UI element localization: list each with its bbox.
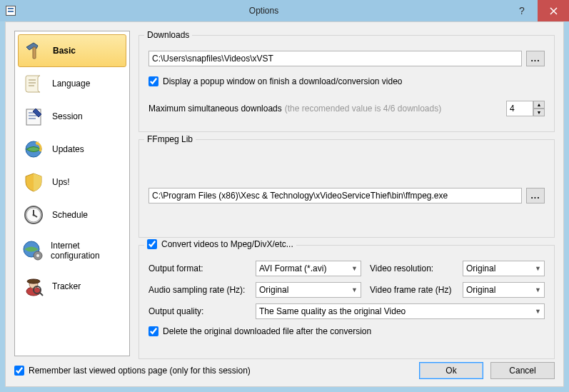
sidebar-item-session[interactable]: Session bbox=[18, 100, 126, 133]
browse-ffmpeg-button[interactable]: ... bbox=[526, 188, 545, 203]
max-downloads-label: Maximum simultaneous downloads bbox=[148, 104, 282, 114]
sidebar-item-updates[interactable]: Updates bbox=[18, 133, 126, 166]
delete-original-label: Delete the original downloaded file afte… bbox=[163, 326, 371, 336]
output-format-label: Output format: bbox=[148, 263, 256, 273]
sidebar-item-label: Tracker bbox=[52, 281, 81, 291]
shield-icon bbox=[22, 171, 45, 194]
hammer-icon bbox=[23, 39, 46, 62]
audio-rate-label: Audio sampling rate (Hz): bbox=[148, 285, 256, 295]
remember-label: Remember last viewed options page (only … bbox=[29, 366, 251, 376]
sidebar-item-label: Updates bbox=[52, 144, 84, 154]
close-icon bbox=[550, 7, 558, 15]
audio-rate-select[interactable]: Original▼ bbox=[256, 282, 361, 298]
globe-gear-icon bbox=[22, 239, 44, 262]
title-bar: Options ? bbox=[0, 0, 569, 21]
video-res-select[interactable]: Original▼ bbox=[463, 261, 545, 276]
svg-point-8 bbox=[36, 254, 39, 257]
main-panel: Downloads ... Display a popup window on … bbox=[139, 31, 555, 356]
chevron-down-icon: ▼ bbox=[535, 308, 541, 315]
sidebar-item-tracker[interactable]: Tracker bbox=[18, 270, 126, 303]
svg-rect-0 bbox=[33, 47, 36, 59]
spy-icon bbox=[22, 275, 45, 298]
notepad-icon bbox=[22, 105, 45, 128]
spinner-up-button[interactable]: ▲ bbox=[533, 101, 545, 109]
globe-refresh-icon bbox=[22, 138, 45, 161]
quality-label: Output quality: bbox=[148, 306, 256, 316]
sidebar-item-label: Schedule bbox=[52, 210, 88, 220]
video-res-label: Video resolution: bbox=[370, 263, 463, 273]
quality-select[interactable]: The Same quality as the original Video▼ bbox=[256, 303, 545, 319]
sidebar-item-label: Language bbox=[52, 79, 90, 89]
remember-checkbox[interactable] bbox=[14, 366, 24, 376]
chevron-down-icon: ▼ bbox=[535, 265, 541, 272]
svg-point-11 bbox=[27, 279, 40, 283]
select-value: AVI Format (*.avi) bbox=[259, 263, 326, 273]
delete-original-checkbox[interactable] bbox=[148, 326, 158, 336]
convert-label: Convert videos to Mpeg/DivX/etc... bbox=[161, 239, 293, 249]
sidebar-item-label: Session bbox=[52, 111, 83, 121]
sidebar-item-label: Ups! bbox=[52, 177, 70, 187]
ffmpeg-path-input[interactable] bbox=[148, 188, 522, 203]
help-button[interactable]: ? bbox=[506, 0, 538, 21]
sidebar: Basic Language Session Updates Ups! bbox=[14, 31, 130, 356]
ffmpeg-group: FFmpeg Lib ... bbox=[139, 139, 555, 238]
frame-rate-select[interactable]: Original▼ bbox=[463, 282, 545, 298]
app-icon bbox=[0, 6, 21, 16]
clock-icon bbox=[22, 203, 45, 226]
cancel-button[interactable]: Cancel bbox=[490, 362, 555, 379]
sidebar-item-label: Basic bbox=[53, 46, 76, 56]
sidebar-item-internet[interactable]: Internet configuration bbox=[18, 231, 126, 270]
scroll-icon bbox=[22, 72, 45, 95]
spinner-value[interactable]: 4 bbox=[506, 101, 533, 116]
window-title: Options bbox=[21, 6, 506, 16]
popup-checkbox[interactable] bbox=[148, 76, 158, 86]
max-downloads-hint: (the recomended value is 4/6 downloads) bbox=[285, 104, 441, 114]
group-label: FFmpeg Lib bbox=[144, 134, 196, 144]
downloads-group: Downloads ... Display a popup window on … bbox=[139, 35, 555, 132]
sidebar-item-language[interactable]: Language bbox=[18, 67, 126, 100]
svg-point-5 bbox=[33, 214, 35, 216]
spinner-down-button[interactable]: ▼ bbox=[533, 109, 545, 116]
browse-download-button[interactable]: ... bbox=[526, 51, 545, 66]
group-label: Downloads bbox=[144, 30, 192, 40]
output-format-select[interactable]: AVI Format (*.avi)▼ bbox=[256, 261, 361, 276]
select-value: Original bbox=[466, 263, 495, 273]
chevron-down-icon: ▼ bbox=[351, 265, 358, 272]
close-button[interactable] bbox=[538, 0, 569, 21]
sidebar-item-basic[interactable]: Basic bbox=[18, 34, 126, 67]
chevron-down-icon: ▼ bbox=[351, 286, 358, 293]
sidebar-item-schedule[interactable]: Schedule bbox=[18, 198, 126, 231]
convert-checkbox[interactable] bbox=[147, 239, 157, 249]
max-downloads-spinner[interactable]: 4 ▲ ▼ bbox=[506, 101, 545, 116]
convert-group: Convert videos to Mpeg/DivX/etc... Outpu… bbox=[139, 245, 555, 359]
sidebar-item-label: Internet configuration bbox=[51, 241, 122, 261]
download-path-input[interactable] bbox=[148, 51, 522, 66]
frame-rate-label: Video frame rate (Hz) bbox=[370, 285, 463, 295]
select-value: The Same quality as the original Video bbox=[259, 306, 406, 316]
chevron-down-icon: ▼ bbox=[535, 286, 541, 293]
select-value: Original bbox=[466, 285, 495, 295]
sidebar-item-ups[interactable]: Ups! bbox=[18, 166, 126, 198]
popup-label: Display a popup window on finish a downl… bbox=[163, 76, 403, 86]
client-area: Basic Language Session Updates Ups! bbox=[5, 21, 564, 387]
select-value: Original bbox=[259, 285, 288, 295]
footer: Remember last viewed options page (only … bbox=[14, 362, 555, 379]
ok-button[interactable]: Ok bbox=[419, 362, 483, 379]
